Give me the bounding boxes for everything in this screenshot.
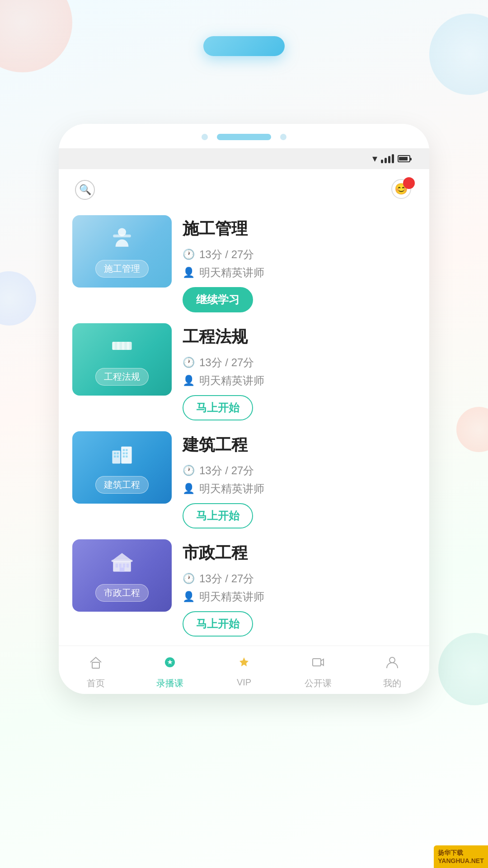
nav-item-label: 公开课	[305, 677, 332, 689]
hero-section	[0, 74, 488, 110]
course-list: 施工管理 施工管理 🕐 13分 / 27分 👤 明天精英讲师 继续学习 工程法规…	[59, 211, 429, 646]
svg-rect-9	[117, 452, 119, 454]
app-nav-bar: 🔍 😊	[59, 169, 429, 211]
phone-pill-indicator	[217, 134, 271, 140]
course-instructor: 明天精英讲师	[199, 590, 264, 604]
status-icons: ▾	[372, 153, 410, 165]
course-action-button[interactable]: 继续学习	[183, 287, 253, 312]
sidebar-item-home[interactable]: 首页	[59, 654, 133, 689]
list-item[interactable]: 市政工程 市政工程 🕐 13分 / 27分 👤 明天精英讲师 马上开始	[72, 539, 416, 637]
course-instructor: 明天精英讲师	[199, 481, 264, 496]
decorative-blob-mid-right	[456, 407, 488, 452]
battery-icon	[398, 155, 410, 162]
svg-rect-10	[114, 455, 116, 458]
course-instructor-row: 👤 明天精英讲师	[183, 590, 416, 604]
course-meta: 🕐 13分 / 27分 👤 明天精英讲师	[183, 571, 416, 604]
svg-rect-14	[126, 449, 128, 451]
record-broadcast-button[interactable]	[203, 36, 285, 56]
svg-rect-7	[112, 450, 120, 463]
top-button-area	[0, 0, 488, 74]
course-thumb-label: 工程法规	[95, 368, 149, 386]
home-icon	[88, 654, 104, 675]
course-meta: 🕐 13分 / 27分 👤 明天精英讲师	[183, 355, 416, 388]
message-badge	[403, 177, 415, 189]
course-meta: 🕐 13分 / 27分 👤 明天精英讲师	[183, 463, 416, 496]
course-thumbnail: 建筑工程	[72, 431, 172, 504]
course-duration: 13分 / 27分	[199, 463, 254, 478]
svg-rect-3	[112, 342, 114, 350]
svg-rect-8	[114, 452, 116, 454]
course-thumb-label: 建筑工程	[95, 476, 149, 494]
svg-rect-15	[123, 452, 125, 454]
search-icon[interactable]: 🔍	[75, 180, 95, 200]
course-thumbnail: 市政工程	[72, 539, 172, 612]
sidebar-item-mine[interactable]: 我的	[355, 654, 429, 689]
svg-rect-13	[123, 449, 125, 451]
phone-dot-left	[202, 134, 208, 140]
list-item[interactable]: 工程法规 工程法规 🕐 13分 / 27分 👤 明天精英讲师 马上开始	[72, 323, 416, 420]
svg-rect-1	[113, 234, 131, 237]
course-name: 工程法规	[183, 326, 416, 348]
signal-icon	[381, 154, 394, 163]
course-action-button[interactable]: 马上开始	[183, 503, 253, 528]
nav-item-label: VIP	[237, 677, 251, 688]
clock-icon: 🕐	[183, 573, 195, 585]
course-thumb-icon	[110, 226, 134, 255]
course-thumbnail: 工程法规	[72, 323, 172, 396]
course-meta: 🕐 13分 / 27分 👤 明天精英讲师	[183, 247, 416, 280]
course-thumb-icon	[110, 334, 134, 363]
course-thumbnail: 施工管理	[72, 215, 172, 288]
message-icon-wrapper[interactable]: 😊	[391, 179, 413, 201]
svg-point-30	[389, 657, 395, 663]
course-duration-row: 🕐 13分 / 27分	[183, 355, 416, 370]
course-thumb-label: 市政工程	[95, 584, 149, 602]
watermark: 扬华下载YANGHUA.NET	[434, 845, 488, 868]
svg-rect-18	[126, 455, 128, 458]
svg-rect-21	[119, 563, 122, 567]
course-name: 市政工程	[183, 542, 416, 564]
nav-item-label: 录播课	[156, 677, 183, 689]
course-name: 施工管理	[183, 218, 416, 240]
svg-rect-17	[123, 455, 125, 458]
svg-rect-26	[120, 567, 125, 571]
decorative-blob-mid-left	[0, 271, 36, 326]
clock-icon: 🕐	[183, 465, 195, 476]
svg-rect-6	[127, 342, 129, 350]
sidebar-item-vip[interactable]: VIP	[207, 654, 281, 689]
svg-rect-29	[313, 659, 321, 666]
course-info: 建筑工程 🕐 13分 / 27分 👤 明天精英讲师 马上开始	[183, 431, 416, 528]
status-bar: ▾	[59, 148, 429, 169]
person-icon: 👤	[183, 591, 195, 603]
course-duration-row: 🕐 13分 / 27分	[183, 571, 416, 586]
course-action-button[interactable]: 马上开始	[183, 611, 253, 637]
person-icon: 👤	[183, 267, 195, 278]
clock-icon: 🕐	[183, 357, 195, 368]
record-icon	[162, 654, 178, 675]
person-icon: 👤	[183, 375, 195, 387]
course-duration: 13分 / 27分	[199, 355, 254, 370]
bottom-nav: 首页 录播课 VIP 公开课 我的	[59, 646, 429, 694]
svg-rect-23	[127, 563, 129, 567]
course-duration-row: 🕐 13分 / 27分	[183, 247, 416, 262]
svg-rect-20	[116, 563, 118, 567]
svg-marker-25	[112, 553, 131, 560]
course-instructor-row: 👤 明天精英讲师	[183, 373, 416, 388]
course-instructor: 明天精英讲师	[199, 265, 264, 280]
course-instructor-row: 👤 明天精英讲师	[183, 481, 416, 496]
clock-icon: 🕐	[183, 249, 195, 260]
phone-mockup: ▾ 🔍 😊 施工管理 施工管理 🕐	[59, 124, 429, 694]
svg-rect-22	[123, 563, 125, 567]
svg-rect-16	[126, 452, 128, 454]
course-duration-row: 🕐 13分 / 27分	[183, 463, 416, 478]
course-instructor: 明天精英讲师	[199, 373, 264, 388]
course-info: 施工管理 🕐 13分 / 27分 👤 明天精英讲师 继续学习	[183, 215, 416, 312]
svg-rect-27	[92, 662, 99, 668]
sidebar-item-live[interactable]: 公开课	[281, 654, 355, 689]
course-action-button[interactable]: 马上开始	[183, 395, 253, 420]
nav-item-label: 我的	[383, 677, 401, 689]
list-item[interactable]: 施工管理 施工管理 🕐 13分 / 27分 👤 明天精英讲师 继续学习	[72, 215, 416, 312]
person-icon: 👤	[183, 483, 195, 495]
list-item[interactable]: 建筑工程 建筑工程 🕐 13分 / 27分 👤 明天精英讲师 马上开始	[72, 431, 416, 528]
sidebar-item-record[interactable]: 录播课	[133, 654, 207, 689]
decorative-blob-lower-right	[438, 633, 488, 705]
